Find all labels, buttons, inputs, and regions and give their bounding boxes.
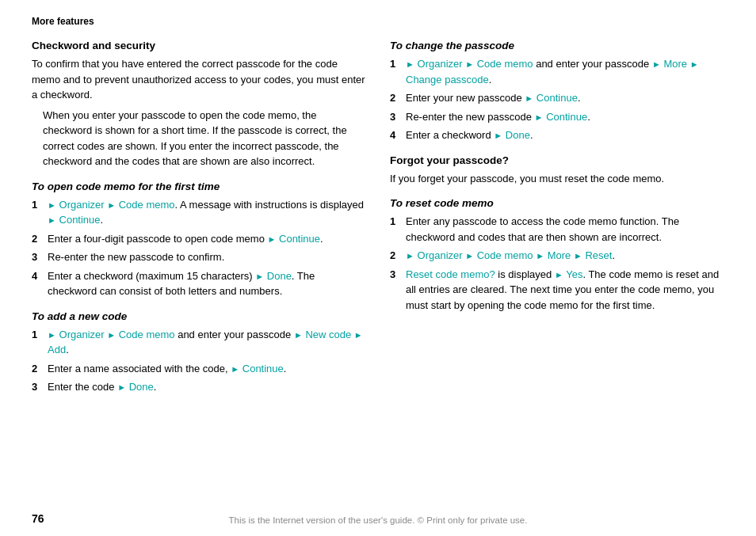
step-text-1: ► Organizer ► Code memo. A message with … [48, 197, 366, 228]
arrow-icon-3: ► [48, 215, 56, 225]
reset-step-1: 1 Enter any passcode to access the code … [390, 214, 724, 245]
arrow-icon-14: ► [652, 59, 661, 69]
change-changepasscode: Change passcode [406, 74, 489, 86]
change-step-text-3: Re-enter the new passcode ► Continue. [406, 109, 724, 125]
forgot-section: Forgot your passcode? If you forget your… [390, 154, 724, 187]
step-num-1: 1 [32, 197, 44, 213]
reset-step-text-2: ► Organizer ► Code memo ► More ► Reset. [406, 248, 724, 264]
change-step-1: 1 ► Organizer ► Code memo and enter your… [390, 56, 724, 87]
step-done-1: Done [267, 270, 292, 282]
change-step-3: 3 Re-enter the new passcode ► Continue. [390, 109, 724, 125]
change-done: Done [506, 129, 530, 141]
add-codememo: Code memo [119, 329, 175, 340]
step-codememo-1: Code memo [119, 199, 175, 211]
change-step-num-1: 1 [390, 56, 403, 72]
open-step-1: 1 ► Organizer ► Code memo. A message wit… [32, 197, 366, 228]
add-code-steps: 1 ► Organizer ► Code memo and enter your… [32, 327, 366, 395]
add-step-text-3: Enter the code ► Done. [48, 379, 366, 395]
change-step-4: 4 Enter a checkword ► Done. [390, 127, 724, 143]
change-step-num-3: 3 [390, 109, 403, 125]
add-step-2: 2 Enter a name associated with the code,… [32, 361, 366, 377]
arrow-icon-15: ► [690, 59, 699, 69]
right-column: To change the passcode 1 ► Organizer ► C… [390, 40, 724, 406]
add-step-num-1: 1 [32, 327, 44, 343]
add-newcode: New code [305, 329, 353, 340]
arrow-icon-7: ► [107, 330, 116, 340]
add-organizer: Organizer [59, 329, 108, 340]
reset-step-2: 2 ► Organizer ► Code memo ► More ► Reset… [390, 248, 724, 264]
arrow-icon-2: ► [107, 200, 116, 210]
arrow-icon-18: ► [494, 131, 502, 140]
step-text-3: Re-enter the new passcode to confirm. [48, 249, 366, 265]
forgot-title: Forgot your passcode? [390, 154, 724, 166]
add-step-1: 1 ► Organizer ► Code memo and enter your… [32, 327, 366, 358]
reset-steps: 1 Enter any passcode to access the code … [390, 214, 724, 313]
add-code-title: To add a new code [32, 310, 366, 322]
change-passcode-steps: 1 ► Organizer ► Code memo and enter your… [390, 56, 724, 143]
arrow-icon-1: ► [48, 200, 56, 210]
reset-step-num-2: 2 [390, 248, 403, 264]
open-first-title: To open code memo for the first time [32, 181, 366, 192]
add-continue: Continue [242, 363, 284, 374]
arrow-icon-9: ► [354, 330, 363, 340]
arrow-icon-10: ► [231, 364, 239, 374]
step-text-2: Enter a four-digit passcode to open code… [48, 231, 366, 247]
reset-more: More [548, 249, 574, 261]
change-step-num-2: 2 [390, 90, 403, 106]
arrow-icon-19: ► [406, 251, 414, 260]
step-continue-1: Continue [59, 214, 101, 226]
open-first-steps: 1 ► Organizer ► Code memo. A message wit… [32, 197, 366, 299]
checkword-body: To confirm that you have entered the cor… [32, 56, 366, 169]
step-num-3: 3 [32, 249, 44, 265]
open-step-2: 2 Enter a four-digit passcode to open co… [32, 231, 366, 247]
checkword-para-1: To confirm that you have entered the cor… [32, 56, 366, 103]
change-step-text-2: Enter your new passcode ► Continue. [406, 90, 724, 106]
reset-yes: Yes [566, 268, 582, 280]
add-step-text-2: Enter a name associated with the code, ►… [48, 361, 366, 377]
reset-title: To reset code memo [390, 197, 724, 209]
change-continue-2: Continue [546, 111, 587, 123]
checkword-title: Checkword and security [32, 40, 366, 51]
add-step-text-1: ► Organizer ► Code memo and enter your p… [48, 327, 366, 358]
change-step-num-4: 4 [390, 127, 403, 143]
open-step-3: 3 Re-enter the new passcode to confirm. [32, 249, 366, 265]
arrow-icon-4: ► [268, 234, 277, 244]
open-step-4: 4 Enter a checkword (maximum 15 characte… [32, 268, 366, 299]
page: More features Checkword and security To … [0, 0, 756, 536]
change-continue-1: Continue [536, 92, 578, 104]
arrow-icon-6: ► [48, 330, 56, 340]
reset-step-text-1: Enter any passcode to access the code me… [406, 214, 724, 245]
reset-step-text-3: Reset code memo? is displayed ► Yes. The… [406, 267, 724, 314]
change-passcode-title: To change the passcode [390, 40, 724, 51]
add-step-num-2: 2 [32, 361, 44, 377]
checkword-para-2: When you enter your passcode to open the… [43, 108, 366, 169]
add-step-3: 3 Enter the code ► Done. [32, 379, 366, 395]
add-done: Done [129, 381, 154, 393]
step-continue-2: Continue [279, 233, 320, 245]
add-add: Add [48, 344, 66, 355]
change-more: More [663, 58, 689, 70]
footer-disclaimer: This is the Internet version of the user… [0, 515, 756, 525]
reset-codememo: Code memo [477, 249, 536, 261]
reset-organizer: Organizer [418, 249, 466, 261]
arrow-icon-11: ► [117, 382, 126, 392]
arrow-icon-13: ► [465, 59, 474, 69]
change-step-text-1: ► Organizer ► Code memo and enter your p… [406, 56, 724, 87]
left-column: Checkword and security To confirm that y… [32, 40, 366, 406]
reset-step-3: 3 Reset code memo? is displayed ► Yes. T… [390, 267, 724, 314]
arrow-icon-22: ► [574, 251, 582, 260]
arrow-icon-5: ► [255, 272, 264, 281]
step-organizer-1: Organizer [59, 199, 108, 211]
reset-question: Reset code memo? [406, 268, 495, 280]
two-column-layout: Checkword and security To confirm that y… [32, 40, 724, 406]
forgot-body: If you forget your passcode, you must re… [390, 171, 724, 187]
step-num-2: 2 [32, 231, 44, 247]
arrow-icon-8: ► [294, 330, 303, 340]
step-text-4: Enter a checkword (maximum 15 characters… [48, 268, 366, 299]
change-codememo: Code memo [477, 58, 533, 70]
arrow-icon-20: ► [465, 251, 474, 260]
forgot-para: If you forget your passcode, you must re… [390, 171, 724, 187]
page-header: More features [32, 16, 724, 27]
arrow-icon-21: ► [536, 251, 544, 260]
change-step-2: 2 Enter your new passcode ► Continue. [390, 90, 724, 106]
